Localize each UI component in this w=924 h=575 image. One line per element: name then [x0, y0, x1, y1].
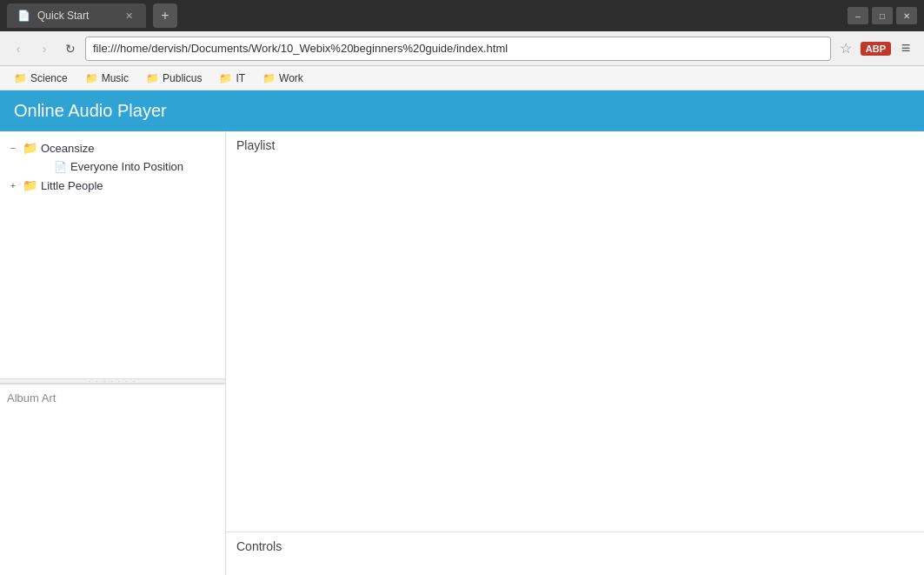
tab-close-button[interactable]: ✕	[122, 9, 136, 23]
bookmark-publicus[interactable]: 📁 Publicus	[139, 70, 209, 86]
bookmark-music[interactable]: 📁 Music	[78, 70, 136, 86]
window-controls: – □ ✕	[848, 7, 917, 24]
browser-window: 📄 Quick Start ✕ + – □ ✕ ‹ › ↻ ☆ ABP ≡ 📁 …	[0, 0, 924, 575]
controls-area: Controls	[226, 532, 924, 575]
album-art-panel: Album Art	[0, 384, 225, 575]
controls-label: Controls	[236, 539, 282, 553]
page-content: Online Audio Player − 📁 Oceansize	[0, 90, 924, 575]
abp-button[interactable]: ABP	[861, 42, 891, 56]
bookmark-music-icon: 📁	[85, 72, 98, 84]
folder-icon-little-people: 📁	[23, 178, 37, 192]
bookmark-publicus-icon: 📁	[146, 72, 159, 84]
address-bar[interactable]	[85, 37, 831, 61]
left-panel: − 📁 Oceansize 📄 Everyone Into Position	[0, 131, 226, 575]
app-title: Online Audio Player	[14, 101, 167, 120]
tree-node-oceansize[interactable]: − 📁 Oceansize	[0, 138, 225, 157]
tree-label-little-people: Little People	[41, 179, 103, 192]
tree-label-everyone: Everyone Into Position	[70, 160, 183, 173]
app-body: − 📁 Oceansize 📄 Everyone Into Position	[0, 131, 924, 575]
close-button[interactable]: ✕	[896, 7, 917, 24]
tree-toggle-oceansize[interactable]: −	[7, 142, 19, 154]
browser-tab[interactable]: 📄 Quick Start ✕	[7, 3, 146, 28]
folder-icon-oceansize: 📁	[23, 141, 37, 155]
tree-children-oceansize: 📄 Everyone Into Position	[0, 157, 225, 176]
tree-label-oceansize: Oceansize	[41, 142, 94, 155]
tree-toggle-file	[38, 161, 50, 173]
forward-button[interactable]: ›	[33, 37, 56, 60]
bookmark-work[interactable]: 📁 Work	[256, 70, 310, 86]
bookmark-work-icon: 📁	[263, 72, 276, 84]
bookmark-star-button[interactable]: ☆	[834, 37, 857, 60]
maximize-button[interactable]: □	[872, 7, 893, 24]
bookmark-science-icon: 📁	[14, 72, 27, 84]
tab-icon: 📄	[17, 10, 30, 22]
bookmark-music-label: Music	[102, 72, 129, 84]
album-art-label: Album Art	[7, 391, 56, 405]
bookmark-it[interactable]: 📁 IT	[212, 70, 252, 86]
reload-button[interactable]: ↻	[59, 37, 82, 60]
app-header: Online Audio Player	[0, 90, 924, 131]
minimize-button[interactable]: –	[848, 7, 868, 24]
navigation-toolbar: ‹ › ↻ ☆ ABP ≡	[0, 31, 924, 66]
playlist-area[interactable]: Playlist	[226, 131, 924, 532]
bookmarks-bar: 📁 Science 📁 Music 📁 Publicus 📁 IT 📁 Work	[0, 66, 924, 90]
tree-node-everyone-into-position[interactable]: 📄 Everyone Into Position	[24, 157, 225, 176]
playlist-label: Playlist	[236, 138, 914, 152]
tab-title: Quick Start	[37, 10, 89, 22]
bookmark-science-label: Science	[30, 72, 68, 84]
back-button[interactable]: ‹	[7, 37, 30, 60]
bookmark-science[interactable]: 📁 Science	[7, 70, 75, 86]
tree-area[interactable]: − 📁 Oceansize 📄 Everyone Into Position	[0, 131, 225, 378]
tree-node-little-people[interactable]: + 📁 Little People	[0, 176, 225, 195]
right-panel: Playlist Controls	[226, 131, 924, 575]
file-icon-everyone: 📄	[54, 161, 67, 173]
bookmark-it-label: IT	[236, 72, 245, 84]
browser-menu-button[interactable]: ≡	[894, 37, 917, 60]
bookmark-work-label: Work	[279, 72, 303, 84]
new-tab-button[interactable]: +	[153, 3, 177, 28]
title-bar: 📄 Quick Start ✕ + – □ ✕	[0, 0, 924, 31]
tree-toggle-little-people[interactable]: +	[7, 179, 19, 191]
bookmark-publicus-label: Publicus	[163, 72, 202, 84]
bookmark-it-icon: 📁	[219, 72, 232, 84]
